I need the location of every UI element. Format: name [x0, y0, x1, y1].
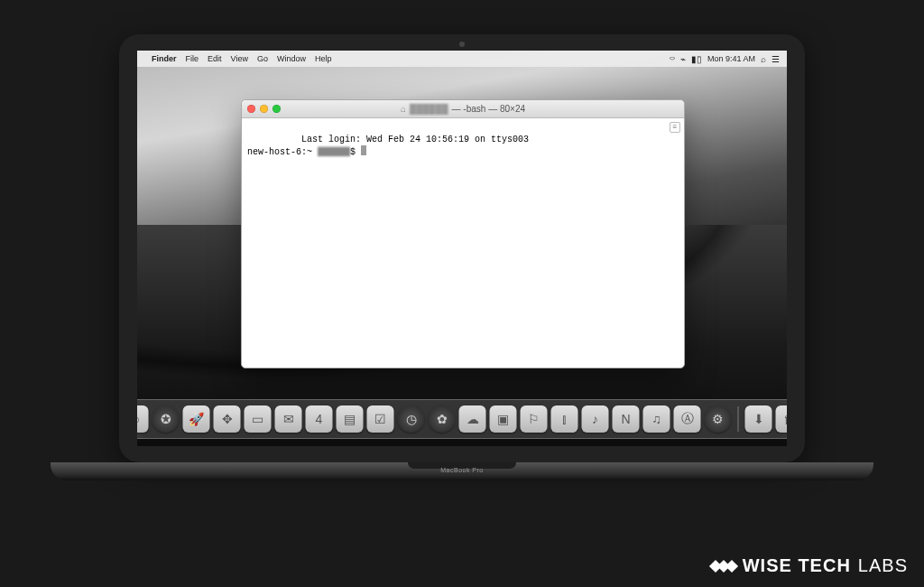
wifi-icon[interactable]: ⌔: [670, 54, 675, 64]
laptop-frame: Finder File Edit View Go Window Help ⌔ ⌁…: [119, 34, 805, 504]
dock-app-contacts[interactable]: ▭: [245, 405, 272, 433]
window-zoom-button[interactable]: [273, 105, 281, 113]
macbook-label: MacBook Pro: [440, 467, 484, 473]
dock-app-trash[interactable]: 🗑: [776, 405, 788, 433]
dock-app-finder[interactable]: ☺: [137, 405, 149, 433]
dock: ☺✪🚀✥▭✉4▤☑◷✿☁▣⚐⫿♪N♫Ⓐ⚙⬇🗑: [137, 399, 787, 439]
terminal-prompt-host: new-host-6:~: [247, 147, 318, 157]
menu-file[interactable]: File: [186, 54, 199, 63]
home-icon: ⌂: [401, 104, 406, 114]
menubar-app-name[interactable]: Finder: [152, 54, 177, 63]
bluetooth-icon[interactable]: ⌁: [680, 54, 686, 64]
menu-view[interactable]: View: [231, 54, 248, 63]
dock-app-messages[interactable]: ☁: [459, 405, 486, 433]
watermark-logo-icon: [712, 562, 735, 571]
terminal-body[interactable]: ≡Last login: Wed Feb 24 10:56:19 on ttys…: [242, 118, 684, 368]
watermark: WISE TECH LABS: [712, 555, 908, 576]
menubar: Finder File Edit View Go Window Help ⌔ ⌁…: [137, 51, 787, 67]
terminal-cursor: [361, 145, 366, 155]
dock-app-reminders[interactable]: ☑: [367, 405, 394, 433]
dock-app-calendar[interactable]: 4: [306, 405, 333, 433]
dock-app-preferences[interactable]: ⚙: [705, 405, 732, 433]
camera-dot: [459, 42, 465, 47]
dock-app-launchpad[interactable]: 🚀: [183, 405, 210, 433]
watermark-brand-thin: LABS: [858, 555, 908, 576]
terminal-title-suffix: — -bash — 80×24: [452, 104, 525, 114]
window-close-button[interactable]: [247, 105, 255, 113]
dock-app-appstore[interactable]: Ⓐ: [674, 405, 701, 433]
menubar-clock[interactable]: Mon 9:41 AM: [707, 54, 755, 63]
dock-app-maps[interactable]: ⚐: [521, 405, 548, 433]
terminal-title: ⌂ ██████ — -bash — 80×24: [242, 104, 684, 114]
scroll-indicator-icon: ≡: [670, 122, 680, 133]
menu-help[interactable]: Help: [315, 54, 332, 63]
laptop-base: MacBook Pro: [51, 462, 873, 480]
screen-bezel: Finder File Edit View Go Window Help ⌔ ⌁…: [119, 34, 805, 462]
dock-app-downloads[interactable]: ⬇: [745, 405, 772, 433]
terminal-last-login: Last login: Wed Feb 24 10:56:19 on ttys0…: [301, 135, 529, 144]
terminal-prompt-user-blurred: ██████: [318, 147, 350, 157]
control-center-icon[interactable]: ☰: [772, 54, 780, 64]
dock-app-news[interactable]: N: [613, 405, 640, 433]
dock-app-podcasts[interactable]: ♪: [582, 405, 609, 433]
window-minimize-button[interactable]: [260, 105, 268, 113]
terminal-prompt-suffix: $: [350, 147, 361, 157]
dock-separator: [738, 406, 739, 432]
dock-app-compass[interactable]: ✥: [214, 405, 241, 433]
menu-edit[interactable]: Edit: [208, 54, 222, 63]
dock-app-facetime[interactable]: ▣: [490, 405, 517, 433]
dock-app-photos[interactable]: ✿: [429, 405, 456, 433]
dock-app-safari[interactable]: ✪: [152, 405, 180, 433]
dock-app-mail[interactable]: ✉: [275, 405, 302, 433]
terminal-window[interactable]: ⌂ ██████ — -bash — 80×24 ≡Last login: We…: [241, 99, 685, 368]
battery-icon[interactable]: ▮▯: [691, 54, 702, 64]
desktop[interactable]: Finder File Edit View Go Window Help ⌔ ⌁…: [137, 51, 787, 446]
watermark-brand-bold: WISE TECH: [743, 555, 851, 576]
menu-window[interactable]: Window: [277, 54, 306, 63]
terminal-title-user-blurred: ██████: [410, 104, 448, 114]
terminal-titlebar[interactable]: ⌂ ██████ — -bash — 80×24: [242, 100, 684, 118]
dock-app-stocks[interactable]: ⫿: [551, 405, 578, 433]
window-traffic-lights: [247, 105, 281, 113]
spotlight-icon[interactable]: ⌕: [761, 54, 766, 64]
dock-app-music[interactable]: ♫: [643, 405, 670, 433]
dock-app-clock[interactable]: ◷: [398, 405, 425, 433]
menu-go[interactable]: Go: [257, 54, 268, 63]
dock-app-notes[interactable]: ▤: [337, 405, 364, 433]
